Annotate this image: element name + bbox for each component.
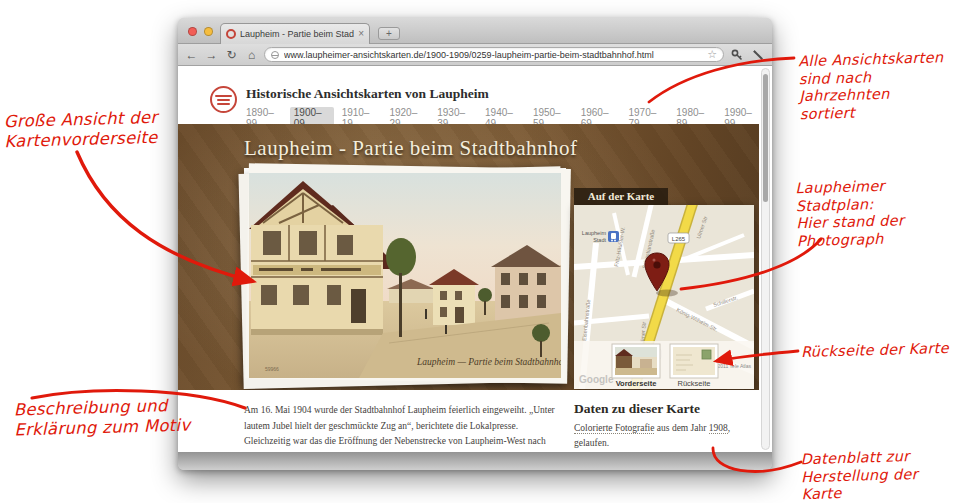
- card-data-heading: Daten zu dieser Karte: [574, 401, 700, 417]
- thumbnail-front[interactable]: [612, 344, 660, 378]
- forward-button[interactable]: →: [204, 49, 219, 61]
- scrollbar-thumb[interactable]: [763, 74, 768, 202]
- close-window-button[interactable]: [188, 27, 197, 36]
- hero-section: Laupheim - Partie beim Stadtbahnhof: [178, 124, 759, 390]
- thumbnail-back[interactable]: [670, 344, 718, 378]
- home-button[interactable]: ⌂: [244, 49, 259, 61]
- station-label-2: Stadt: [593, 237, 606, 243]
- thumbnail-back-label[interactable]: Rückseite: [678, 379, 711, 388]
- url-text[interactable]: www.laupheimer-ansichtskarten.de/1900-19…: [284, 50, 702, 60]
- postcard-front-image[interactable]: Laupheim — Partie beim Stadtbahnhof 5996…: [244, 168, 566, 383]
- site-title[interactable]: Historische Ansichtskarten von Laupheim: [246, 86, 489, 102]
- link-1908[interactable]: 1908: [709, 423, 728, 434]
- globe-icon: [271, 51, 279, 59]
- settings-wrench-icon[interactable]: [750, 48, 766, 62]
- svg-text:L265: L265: [672, 236, 686, 242]
- link-colorierte-fotografie[interactable]: Colorierte Fotografie: [574, 423, 654, 434]
- webpage: Historische Ansichtskarten von Laupheim …: [178, 66, 772, 452]
- annotation-map: Laupheimer Stadtplan: Hier stand der Pho…: [795, 176, 960, 251]
- thumbnail-front-label[interactable]: Vorderseite: [616, 379, 657, 388]
- postcard-number: 59966: [265, 366, 279, 372]
- bookmark-star-icon[interactable]: ☆: [707, 49, 717, 60]
- site-logo-stamp-icon[interactable]: [210, 86, 237, 113]
- card-data-text: Colorierte Fotografie aus dem Jahr 1908,…: [574, 421, 746, 451]
- lower-content: Am 16. Mai 1904 wurde der Stadtbahnhof L…: [178, 390, 760, 452]
- browser-toolbar: ← → ↻ ⌂ www.laupheimer-ansichtskarten.de…: [178, 44, 772, 66]
- google-watermark: Google: [579, 374, 614, 385]
- postcard-illustration: Laupheim — Partie beim Stadtbahnhof 5996…: [249, 173, 561, 378]
- annotation-description: Beschreibung und Erklärung zum Motiv: [13, 396, 190, 441]
- road-badge-top: L265: [668, 233, 689, 243]
- reload-button[interactable]: ↻: [224, 49, 239, 61]
- minimize-window-button[interactable]: [204, 27, 213, 36]
- screenshot-canvas: Laupheim - Partie beim Stad × + ← → ↻ ⌂ …: [0, 0, 960, 503]
- tab-title: Laupheim - Partie beim Stad: [240, 29, 354, 39]
- back-button[interactable]: ←: [184, 49, 199, 61]
- address-bar[interactable]: www.laupheimer-ansichtskarten.de/1900-19…: [264, 47, 724, 62]
- map-copyright: ©2011 Tele Atlas: [714, 363, 752, 369]
- card-data-mid: aus dem Jahr: [654, 423, 708, 433]
- annotation-back: Rückseite der Karte: [801, 340, 949, 362]
- page-title: Laupheim - Partie beim Stadtbahnhof: [244, 136, 578, 161]
- postcard-caption: Laupheim — Partie beim Stadtbahnhof: [416, 357, 561, 367]
- extensions-key-icon[interactable]: [729, 48, 745, 62]
- browser-titlebar: Laupheim - Partie beim Stad × +: [178, 18, 772, 44]
- window-bottom-edge: [178, 452, 772, 470]
- browser-window: Laupheim - Partie beim Stad × + ← → ↻ ⌂ …: [178, 18, 772, 470]
- map-panel-title: Auf der Karte: [574, 188, 668, 205]
- site-header: Historische Ansichtskarten von Laupheim …: [178, 66, 760, 124]
- postcard-description: Am 16. Mai 1904 wurde der Stadtbahnhof L…: [244, 403, 566, 452]
- new-tab-button[interactable]: +: [378, 27, 400, 40]
- site-favicon-icon: [226, 29, 236, 39]
- annotation-decades: Alle Ansichtskarten sind nach Jahrzehnte…: [798, 49, 960, 124]
- browser-tab[interactable]: Laupheim - Partie beim Stad ×: [220, 23, 370, 44]
- tab-close-icon[interactable]: ×: [358, 29, 364, 39]
- annotation-data-sheet: Datenblatt zur Herstellung der Karte: [800, 447, 960, 503]
- page-scrollbar[interactable]: [761, 68, 770, 450]
- annotation-big-view: Große Ansicht der Kartenvorderseite: [3, 108, 158, 153]
- station-label-1: Laupheim: [582, 230, 607, 236]
- google-map[interactable]: L265 L265 Laupheim Stadt: [574, 205, 754, 389]
